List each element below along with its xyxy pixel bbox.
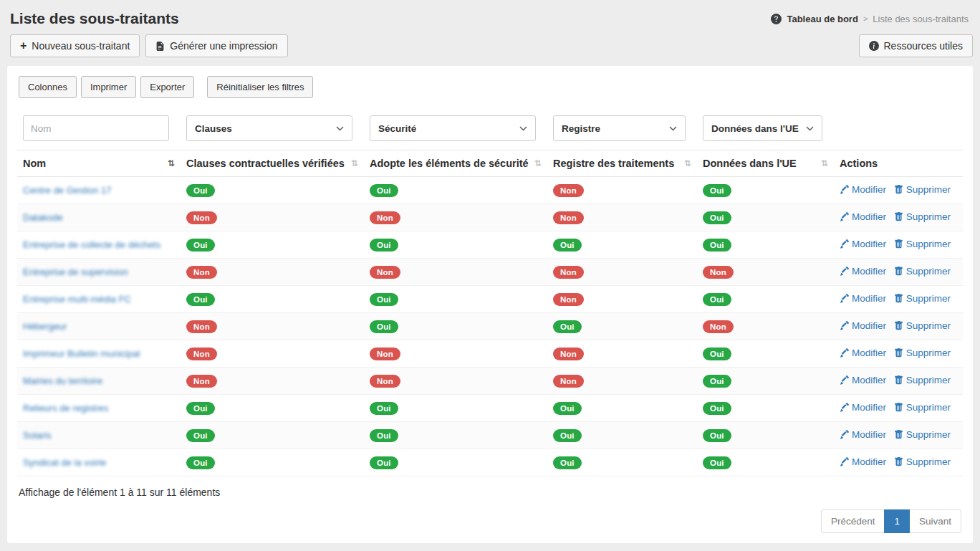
edit-link[interactable]: Modifier — [840, 184, 886, 195]
security-badge: Oui — [370, 184, 398, 197]
subcontractor-name-link[interactable]: Imprimeur Bulletin municipal — [23, 348, 140, 359]
security-badge: Oui — [370, 293, 398, 306]
print-button[interactable]: Imprimer — [81, 76, 136, 98]
edit-link[interactable]: Modifier — [840, 375, 886, 385]
trash-icon — [894, 211, 903, 221]
sort-icon: ⇅ — [684, 158, 691, 168]
edit-link[interactable]: Modifier — [840, 402, 886, 413]
pagination-page-1[interactable]: 1 — [884, 509, 910, 533]
table-row: Centre de Gestion 17 Oui Oui Non Oui Mod… — [17, 177, 963, 204]
breadcrumb-dashboard-link[interactable]: Tableau de bord — [787, 14, 858, 24]
new-subcontractor-label: Nouveau sous-traitant — [32, 40, 130, 52]
pencil-icon — [840, 375, 849, 385]
delete-link[interactable]: Supprimer — [894, 266, 951, 277]
edit-label: Modifier — [852, 293, 886, 304]
reset-filters-button[interactable]: Réinitialiser les filtres — [207, 76, 313, 98]
registre-badge: Non — [553, 293, 584, 306]
trash-icon — [894, 184, 903, 194]
subcontractors-card: Colonnes Imprimer Exporter Réinitialiser… — [7, 66, 973, 543]
table-row: Entreprise multi-média FC Oui Oui Non Ou… — [17, 286, 963, 313]
datatable-buttons: Colonnes Imprimer Exporter Réinitialiser… — [17, 76, 963, 98]
subcontractor-name-link[interactable]: Syndicat de la voirie — [23, 457, 106, 468]
edit-link[interactable]: Modifier — [840, 266, 886, 277]
trash-icon — [894, 348, 903, 358]
edit-link[interactable]: Modifier — [840, 211, 886, 222]
edit-label: Modifier — [852, 266, 886, 277]
generate-print-button[interactable]: Générer une impression — [145, 34, 287, 57]
security-badge: Oui — [370, 429, 398, 442]
columns-button[interactable]: Colonnes — [19, 76, 77, 98]
subcontractor-name-link[interactable]: Mairies du territoire — [23, 375, 102, 386]
subcontractor-name-link[interactable]: Entreprise multi-média FC — [23, 294, 131, 305]
header-actions: Actions — [834, 150, 963, 177]
pencil-icon — [840, 348, 849, 358]
delete-link[interactable]: Supprimer — [894, 348, 951, 358]
header-securite[interactable]: Adopte les éléments de sécurité⇅ — [364, 150, 547, 177]
donnees-ue-badge: Oui — [703, 211, 731, 224]
new-subcontractor-button[interactable]: + Nouveau sous-traitant — [10, 34, 140, 57]
table-info: Affichage de l'élément 1 à 11 sur 11 élé… — [17, 487, 963, 498]
clauses-badge: Non — [186, 211, 217, 224]
subcontractor-name-link[interactable]: Solaris — [23, 430, 52, 441]
donnees-ue-filter-select[interactable]: Données dans l'UE — [703, 115, 822, 141]
sort-icon: ⇅ — [821, 158, 828, 168]
delete-label: Supprimer — [906, 429, 951, 440]
delete-link[interactable]: Supprimer — [894, 211, 951, 222]
export-button[interactable]: Exporter — [140, 76, 194, 98]
info-circle-icon — [869, 41, 879, 51]
delete-link[interactable]: Supprimer — [894, 456, 951, 467]
donnees-ue-badge: Oui — [703, 348, 731, 360]
donnees-ue-badge: Oui — [703, 184, 731, 197]
delete-label: Supprimer — [906, 348, 951, 358]
delete-link[interactable]: Supprimer — [894, 429, 951, 440]
edit-link[interactable]: Modifier — [840, 456, 886, 467]
subcontractor-name-link[interactable]: Centre de Gestion 17 — [23, 185, 112, 196]
edit-link[interactable]: Modifier — [840, 348, 886, 358]
subcontractor-name-link[interactable]: Hébergeur — [23, 321, 67, 332]
header-donnees-ue[interactable]: Données dans l'UE⇅ — [697, 150, 834, 177]
edit-link[interactable]: Modifier — [840, 320, 886, 331]
subcontractor-name-link[interactable]: Datakode — [23, 212, 63, 223]
clauses-badge: Oui — [186, 239, 215, 251]
security-filter-select[interactable]: Sécurité — [370, 115, 536, 141]
registre-badge: Non — [553, 184, 584, 197]
delete-link[interactable]: Supprimer — [894, 375, 951, 385]
document-icon — [155, 42, 165, 51]
security-badge: Oui — [370, 239, 398, 251]
generate-print-label: Générer une impression — [170, 40, 277, 52]
pagination-previous[interactable]: Précédent — [821, 509, 885, 533]
security-badge: Non — [370, 266, 400, 279]
pencil-icon — [840, 320, 849, 330]
delete-link[interactable]: Supprimer — [894, 320, 951, 331]
delete-link[interactable]: Supprimer — [894, 184, 951, 195]
security-badge: Non — [370, 211, 400, 224]
clauses-badge: Oui — [186, 293, 215, 306]
pagination: Précédent 1 Suivant — [821, 509, 961, 533]
trash-icon — [894, 239, 903, 249]
useful-resources-label: Ressources utiles — [884, 40, 964, 52]
clauses-badge: Oui — [186, 456, 215, 469]
delete-link[interactable]: Supprimer — [894, 293, 951, 304]
delete-link[interactable]: Supprimer — [894, 239, 951, 249]
pagination-next[interactable]: Suivant — [909, 509, 961, 533]
edit-link[interactable]: Modifier — [840, 293, 886, 304]
subcontractor-name-link[interactable]: Entreprise de collecte de déchets — [23, 239, 160, 250]
table-body: Centre de Gestion 17 Oui Oui Non Oui Mod… — [17, 177, 963, 476]
delete-link[interactable]: Supprimer — [894, 402, 951, 413]
registre-badge: Non — [553, 375, 584, 388]
edit-link[interactable]: Modifier — [840, 239, 886, 249]
registre-filter-select[interactable]: Registre — [553, 115, 686, 141]
chevron-down-icon — [519, 126, 527, 131]
edit-label: Modifier — [852, 402, 886, 413]
subcontractor-name-link[interactable]: Relieurs de registres — [23, 403, 108, 413]
useful-resources-button[interactable]: Ressources utiles — [859, 34, 974, 57]
edit-link[interactable]: Modifier — [840, 429, 886, 440]
header-registre[interactable]: Registre des traitements⇅ — [547, 150, 697, 177]
security-filter-value: Sécurité — [378, 123, 416, 134]
clauses-filter-select[interactable]: Clauses — [186, 115, 352, 141]
name-filter-input[interactable] — [23, 115, 169, 141]
header-clauses[interactable]: Clauses contractuelles vérifiées⇅ — [181, 150, 364, 177]
subcontractor-name-link[interactable]: Entreprise de supervision — [23, 267, 128, 277]
breadcrumb-current: Liste des sous-traitants — [873, 14, 969, 24]
header-nom[interactable]: Nom⇅ — [17, 150, 181, 177]
